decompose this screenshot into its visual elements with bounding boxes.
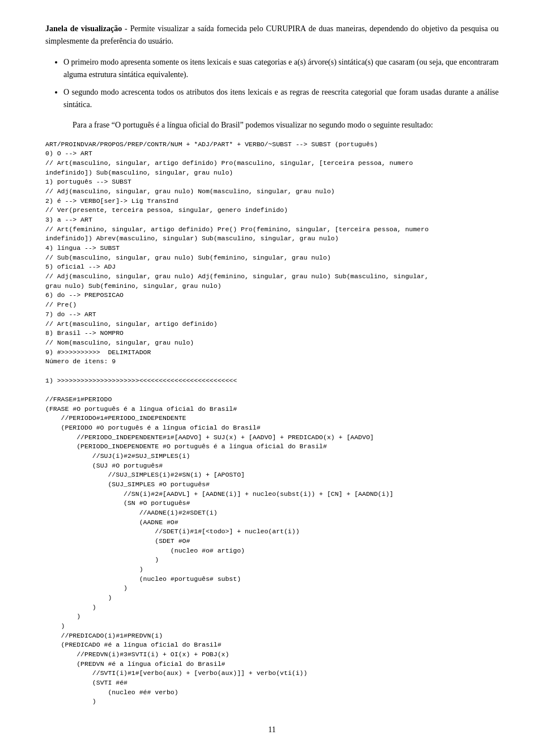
example-intro-block: Para a frase “O português é a língua ofi… (73, 119, 499, 131)
section-title-bold: Janela de visualização (45, 24, 122, 33)
page-content: Janela de visualização - Permite visuali… (45, 23, 499, 736)
bullet-text-2: O segundo modo acrescenta todos os atrib… (63, 88, 499, 109)
list-item: O segundo modo acrescenta todos os atrib… (63, 86, 499, 112)
code-output: ART/PROINDVAR/PROPOS/PREP/CONTR/NUM + *A… (45, 140, 499, 707)
page-number: 11 (45, 724, 499, 736)
section-title-paragraph: Janela de visualização - Permite visuali… (45, 23, 499, 48)
bullet-list: O primeiro modo apresenta somente os ite… (63, 56, 499, 112)
list-item: O primeiro modo apresenta somente os ite… (63, 56, 499, 82)
bullet-text-1: O primeiro modo apresenta somente os ite… (63, 58, 499, 79)
example-intro-text: Para a frase “O português é a língua ofi… (73, 119, 499, 131)
